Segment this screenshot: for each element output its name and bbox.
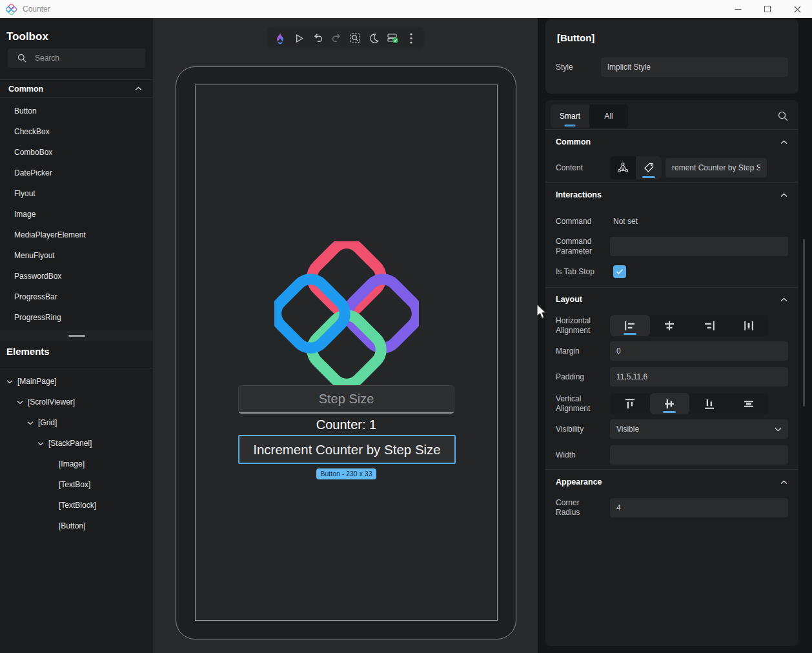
halign-left-button[interactable] (610, 315, 650, 336)
toolbox-item[interactable]: ProgressRing (0, 307, 153, 328)
vertical-alignment-row: Vertical Alignment (545, 393, 798, 414)
valign-stretch-button[interactable] (729, 393, 769, 414)
tree-item[interactable]: [Grid] (0, 412, 153, 433)
margin-label: Margin (556, 347, 601, 356)
tree-item[interactable]: [MainPage] (0, 371, 153, 392)
mouse-cursor (536, 304, 547, 319)
visibility-label: Visibility (556, 425, 601, 434)
toolbox-item[interactable]: MenuFlyout (0, 245, 153, 266)
horizontal-alignment-group (610, 315, 769, 336)
margin-input[interactable] (610, 341, 788, 361)
appearance-section-header[interactable]: Appearance (545, 477, 798, 487)
halign-stretch-button[interactable] (729, 315, 769, 336)
minimize-button[interactable] (723, 0, 753, 18)
layout-section-header[interactable]: Layout (545, 295, 798, 304)
command-parameter-input[interactable] (610, 237, 788, 256)
counter-textblock[interactable]: Counter: 1 (196, 416, 497, 433)
chevron-up-icon (780, 297, 787, 302)
close-button[interactable] (782, 0, 812, 18)
tree-item[interactable]: [Button] (0, 516, 153, 536)
hot-reload-flame-icon[interactable] (273, 30, 287, 46)
toolbox-item[interactable]: ComboBox (0, 142, 153, 163)
redo-icon[interactable] (329, 30, 343, 46)
style-row: Style (556, 57, 788, 77)
chevron-up-icon (780, 193, 787, 197)
tab-smart[interactable]: Smart (551, 105, 589, 128)
is-tab-stop-checkbox[interactable] (613, 265, 626, 278)
interactions-section-header[interactable]: Interactions (545, 190, 798, 199)
panel-splitter[interactable] (0, 330, 153, 341)
section-interactions: Interactions Command Not set Command Par… (545, 182, 798, 287)
maximize-button[interactable] (753, 0, 782, 18)
device-screen: Step Size Counter: 1 Increment Counter b… (195, 85, 498, 621)
increment-button[interactable]: Increment Counter by Step Size (238, 435, 456, 464)
command-row: Command Not set (545, 217, 798, 226)
connected-status-check-icon[interactable] (385, 30, 400, 46)
scrollbar-thumb[interactable] (803, 239, 805, 407)
common-section-header[interactable]: Common (545, 137, 798, 146)
tree-item-label: [TextBox] (59, 480, 90, 489)
step-size-textbox[interactable]: Step Size (238, 385, 454, 414)
properties-card: SmartAll Common Content (545, 100, 798, 646)
horizontal-alignment-row: Horizontal Alignment (545, 315, 798, 336)
properties-search-icon[interactable] (778, 111, 788, 121)
style-label: Style (556, 63, 592, 72)
common-section-title: Common (556, 137, 780, 146)
zoom-selection-icon[interactable] (348, 30, 362, 46)
width-input[interactable] (610, 445, 788, 465)
corner-radius-input[interactable] (610, 498, 788, 517)
tree-item[interactable]: [ScrollViewer] (0, 392, 153, 412)
toolbox-item[interactable]: ProgressBar (0, 286, 153, 307)
tree-item-label: [MainPage] (17, 377, 57, 386)
undo-icon[interactable] (310, 30, 325, 46)
section-layout: Layout Horizontal Alignment (545, 287, 798, 469)
toolbox-search-input[interactable]: Search (8, 48, 145, 68)
elements-title: Elements (6, 346, 50, 357)
content-input[interactable] (665, 158, 767, 177)
tree-item[interactable]: [Image] (0, 454, 153, 474)
toolbox-section-common[interactable]: Common (0, 79, 153, 98)
halign-right-button[interactable] (689, 315, 729, 336)
tag-icon[interactable] (636, 156, 662, 179)
valign-center-button[interactable] (650, 393, 690, 414)
chevron-down-icon[interactable] (17, 400, 23, 405)
chevron-down-icon[interactable] (27, 421, 34, 425)
search-icon (17, 54, 26, 63)
corner-radius-row: Corner Radius (545, 498, 798, 517)
splitter-handle-icon (68, 335, 85, 337)
toolbox-item[interactable]: Image (0, 204, 153, 225)
tree-item[interactable]: [TextBlock] (0, 495, 153, 516)
chevron-down-icon[interactable] (37, 441, 44, 446)
content-mode-toggle (610, 156, 662, 179)
padding-input[interactable] (610, 367, 788, 387)
interactions-section-title: Interactions (556, 190, 780, 199)
app-logo-image[interactable] (274, 241, 419, 386)
halign-center-button[interactable] (650, 315, 690, 336)
section-appearance: Appearance Corner Radius (545, 469, 798, 646)
width-row: Width (545, 445, 798, 465)
command-value[interactable]: Not set (613, 217, 638, 226)
command-parameter-row: Command Parameter (545, 237, 798, 256)
dark-theme-moon-icon[interactable] (367, 30, 381, 46)
tab-all[interactable]: All (589, 105, 628, 128)
style-input[interactable] (601, 57, 788, 77)
tree-item[interactable]: [TextBox] (0, 474, 153, 495)
toolbox-item[interactable]: Button (0, 101, 153, 121)
check-icon (616, 268, 624, 275)
play-icon[interactable] (292, 30, 306, 46)
toolbox-item[interactable]: DatePicker (0, 163, 153, 183)
binding-icon[interactable] (610, 156, 636, 179)
tree-item[interactable]: [StackPanel] (0, 433, 153, 454)
more-options-icon[interactable] (404, 30, 418, 46)
visibility-select[interactable]: Visible (610, 419, 788, 439)
toolbox-item[interactable]: Flyout (0, 183, 153, 204)
is-tab-stop-row: Is Tab Stop (545, 265, 798, 278)
toolbox-title: Toolbox (6, 30, 48, 43)
toolbox-item[interactable]: CheckBox (0, 121, 153, 142)
valign-bottom-button[interactable] (689, 393, 729, 414)
toolbox-item[interactable]: PasswordBox (0, 266, 153, 286)
chevron-down-icon[interactable] (6, 379, 13, 384)
toolbox-item[interactable]: MediaPlayerElement (0, 225, 153, 245)
valign-top-button[interactable] (610, 393, 650, 414)
selection-size-badge: Button - 230 x 33 (316, 468, 377, 479)
